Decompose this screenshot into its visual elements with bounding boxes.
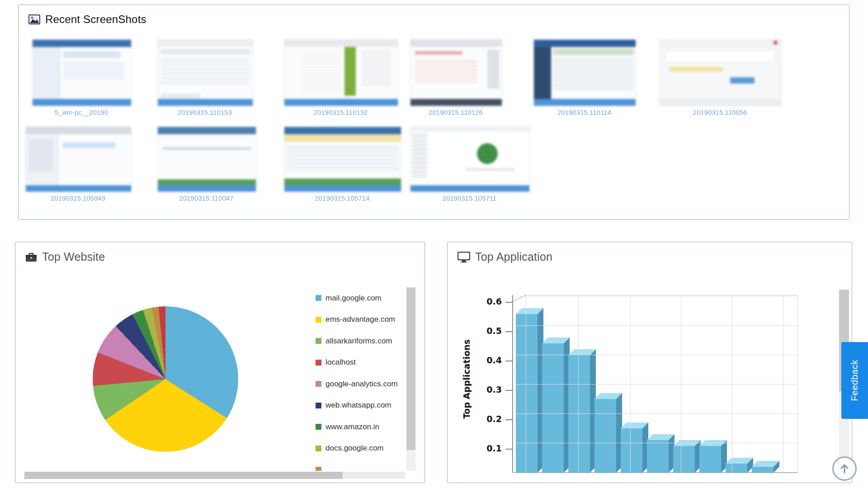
window-taskbar	[410, 185, 529, 192]
gridline	[732, 295, 732, 473]
gridline	[526, 295, 526, 473]
panel-title: Top Website	[42, 250, 105, 263]
bar[interactable]	[516, 314, 538, 473]
legend-label: allsarkariforms.com	[326, 337, 408, 346]
window-taskbar	[284, 185, 401, 192]
window-titlebar	[26, 127, 131, 134]
legend-label: www.amazon.in	[326, 422, 408, 432]
window-titlebar	[158, 127, 256, 134]
window-body	[158, 134, 256, 185]
bar[interactable]	[621, 428, 642, 473]
briefcase-icon	[25, 252, 37, 263]
bars-plot	[514, 293, 797, 473]
y-tick-label: 0.4	[479, 355, 502, 365]
y-tick-label: 0.3	[479, 385, 502, 394]
legend-label: localhost	[326, 358, 408, 367]
window-titlebar	[410, 127, 529, 131]
legend-marker	[316, 338, 321, 344]
y-tick	[505, 419, 512, 420]
gridline	[515, 325, 797, 326]
window-taskbar	[26, 185, 131, 192]
screenshot-label: 20190315.110047	[157, 194, 255, 202]
top-websites-pie-chart[interactable]	[93, 306, 238, 452]
bar[interactable]	[647, 440, 669, 473]
legend-marker	[316, 295, 321, 301]
bar[interactable]	[568, 355, 590, 473]
gridline	[783, 295, 783, 473]
scroll-to-top-button[interactable]	[832, 456, 857, 481]
horizontal-scrollbar[interactable]	[24, 472, 405, 479]
screenshot-thumbnail[interactable]: 20190315.105711	[410, 127, 529, 202]
top-application-chart: Top Applications 0.10.20.30.40.50.6	[448, 242, 852, 483]
y-axis-label: Top Applications	[462, 320, 472, 438]
y-tick-label: 0.5	[479, 326, 502, 336]
gridline	[681, 295, 681, 473]
window-titlebar	[284, 127, 401, 134]
gridline	[515, 384, 797, 385]
window-body	[284, 134, 401, 185]
legend-marker	[316, 467, 321, 471]
screenshot-image[interactable]	[284, 127, 401, 192]
window-taskbar	[158, 185, 256, 192]
top-application-panel: Top Application Top Applications 0.10.20…	[447, 242, 852, 483]
bar[interactable]	[726, 464, 747, 473]
y-tick	[505, 390, 512, 391]
legend-marker	[316, 360, 321, 366]
y-tick-label: 0.1	[479, 443, 502, 453]
gridline	[630, 295, 631, 473]
y-tick-label: 0.2	[479, 414, 502, 424]
screenshot-label: 20190315.105711	[410, 194, 529, 202]
feedback-button[interactable]: Feedback	[841, 342, 868, 419]
scrollbar-thumb[interactable]	[24, 472, 343, 479]
gridline	[515, 296, 797, 296]
gridline	[515, 443, 797, 443]
gridline	[578, 295, 579, 473]
screenshot-image[interactable]	[410, 127, 530, 192]
bar[interactable]	[752, 467, 774, 473]
up-arrow-icon	[838, 462, 851, 475]
y-tick	[505, 331, 512, 332]
legend-label: ems-advantage.com	[326, 315, 408, 324]
y-tick	[505, 361, 512, 361]
legend-marker	[316, 381, 321, 387]
bar[interactable]	[699, 446, 721, 473]
screenshot-image[interactable]	[25, 127, 132, 192]
screenshots-row: 20190315.10594920190315.11004720190315.1…	[19, 5, 849, 219]
legend-label: web.whatsapp.com	[326, 401, 408, 410]
legend-marker	[316, 317, 321, 323]
gridline	[515, 355, 797, 355]
screenshot-thumbnail[interactable]: 20190315.105714	[284, 127, 401, 202]
legend-scrollbar[interactable]	[406, 287, 415, 471]
y-tick	[505, 449, 512, 450]
legend-label: mail.google.com	[326, 294, 408, 303]
recent-screenshots-panel: Recent ScreenShots 5_win-pc__20190201903…	[18, 5, 849, 220]
window-body	[410, 131, 529, 185]
legend-marker	[316, 446, 321, 451]
screenshot-label: 20190315.105949	[25, 194, 131, 202]
panel-header: Top Website	[25, 250, 105, 263]
y-tick	[505, 302, 512, 303]
screenshot-thumbnail[interactable]: 20190315.110047	[157, 127, 255, 202]
legend-marker	[316, 424, 321, 430]
screenshot-thumbnail[interactable]: 20190315.105949	[25, 127, 131, 202]
top-website-panel: Top Website mail.google.comems-advantage…	[15, 242, 425, 483]
feedback-label: Feedback	[849, 360, 860, 401]
legend-label: google-analytics.com	[326, 380, 408, 389]
bar[interactable]	[594, 399, 616, 473]
window-body	[26, 134, 131, 185]
screenshot-label: 20190315.105714	[284, 194, 401, 202]
y-tick-label: 0.6	[479, 296, 502, 306]
gridline	[515, 413, 797, 414]
bar[interactable]	[673, 446, 695, 473]
scrollbar-thumb[interactable]	[406, 287, 415, 450]
bar[interactable]	[542, 343, 564, 473]
legend-marker	[316, 403, 321, 408]
legend-label: docs.google.com	[326, 444, 408, 453]
y-axis	[512, 295, 513, 473]
screenshot-image[interactable]	[157, 127, 256, 192]
